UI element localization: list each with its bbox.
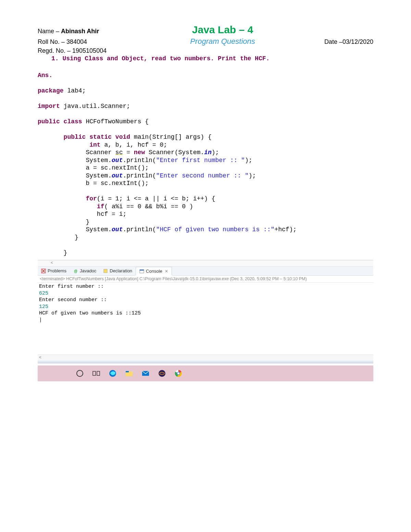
console-input-line: 625	[39, 290, 372, 297]
svg-rect-9	[97, 371, 100, 375]
svg-rect-8	[93, 371, 96, 375]
scroll-left-top[interactable]: <	[38, 260, 373, 267]
mail-icon[interactable]	[141, 369, 150, 378]
taskview-icon[interactable]	[92, 369, 101, 378]
name-label: Name –	[38, 28, 61, 35]
scroll-left-bottom[interactable]: <	[38, 355, 373, 361]
console-input-line: 125	[39, 304, 372, 310]
ide-border	[38, 361, 373, 363]
edge-icon[interactable]	[108, 369, 117, 378]
svg-rect-4	[104, 269, 107, 273]
cortana-icon[interactable]	[75, 369, 84, 378]
ide-tabs: Problems @ Javadoc Declaration Console ✕	[38, 267, 373, 275]
student-name: Name – Abinash Ahir	[38, 28, 134, 35]
taskbar	[38, 366, 373, 381]
tab-console[interactable]: Console ✕	[136, 267, 172, 275]
console-output: Enter first number :: 625 Enter second n…	[38, 283, 373, 355]
eclipse-icon[interactable]	[158, 369, 166, 378]
tab-problems-label: Problems	[48, 268, 66, 273]
tab-declaration-label: Declaration	[110, 268, 132, 273]
console-line: Enter first number ::	[39, 283, 372, 290]
tab-problems[interactable]: Problems	[38, 267, 70, 275]
answer-label: Ans.	[38, 72, 52, 79]
tab-javadoc-label: Javadoc	[80, 268, 96, 273]
console-line: HCF of given two numbers is ::125	[39, 310, 372, 317]
chrome-icon[interactable]	[174, 369, 183, 378]
svg-rect-6	[140, 270, 144, 271]
ide-console-panel: < Problems @ Javadoc Declaration Console…	[38, 260, 373, 363]
code-block: Ans. package lab4; import java.util.Scan…	[38, 72, 373, 257]
name-value: Abinash Ahir	[61, 28, 99, 35]
page-title: Java Lab – 4	[192, 24, 253, 35]
svg-point-18	[177, 372, 179, 374]
console-icon	[139, 269, 144, 274]
regd-number: Regd. No. – 1905105004	[38, 47, 373, 54]
page-subtitle: Program Questions	[190, 37, 255, 46]
declaration-icon	[103, 269, 108, 273]
tab-declaration[interactable]: Declaration	[100, 267, 136, 275]
svg-point-7	[77, 370, 83, 376]
console-cursor: |	[39, 317, 372, 324]
javadoc-icon: @	[73, 269, 78, 273]
tab-javadoc[interactable]: @ Javadoc	[70, 267, 100, 275]
close-icon[interactable]: ✕	[165, 269, 168, 274]
tab-console-label: Console	[146, 269, 162, 274]
svg-text:@: @	[74, 269, 77, 273]
terminated-status: <terminated> HCFofTwoNumbers [Java Appli…	[38, 275, 373, 283]
question-text: 1. Using Class and Object, read two numb…	[51, 55, 373, 62]
roll-number: Roll No. – 384004	[38, 38, 134, 46]
date-label: Date –03/12/2020	[312, 38, 373, 46]
explorer-icon[interactable]	[125, 369, 134, 378]
console-line: Enter second number ::	[39, 297, 372, 304]
svg-rect-12	[126, 371, 129, 372]
error-icon	[41, 269, 46, 273]
